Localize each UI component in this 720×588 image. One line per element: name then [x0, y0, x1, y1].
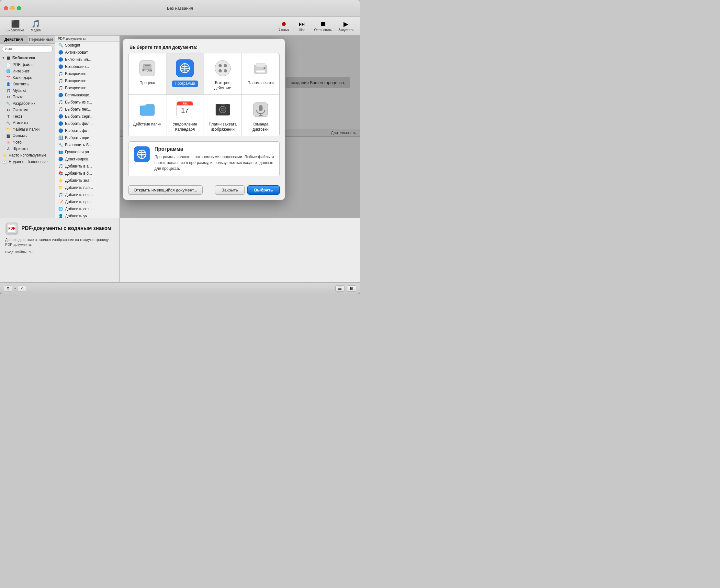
action-item-0[interactable]: 🔍 Spotlight [55, 42, 119, 49]
svg-point-21 [222, 109, 224, 111]
action-item-20[interactable]: 📁 Добавить пап... [55, 184, 119, 191]
open-existing-button[interactable]: Открыть имеющийся документ... [128, 185, 203, 195]
action-item-6[interactable]: 🎵 Воспроизве... [55, 84, 119, 91]
sidebar-item-calendar[interactable]: 📅 Календарь [0, 75, 55, 81]
sidebar-item-files[interactable]: 📁 Файлы и папки [0, 126, 55, 133]
action-title: PDF-документы с водяным знаком [21, 226, 112, 231]
dictation-icon-wrap [251, 100, 270, 119]
action-icon-14: 🔧 [58, 142, 63, 148]
sidebar-item-contacts[interactable]: 👤 Контакты [0, 81, 55, 87]
action-item-2[interactable]: 🔵 Включить ил... [55, 56, 119, 63]
type-item-calendar[interactable]: JUL 17 Уведомление Календаря [166, 95, 204, 136]
sidebar-item-pdf[interactable]: 📄 PDF-файлы [0, 61, 55, 68]
files-icon: 📁 [6, 127, 11, 132]
type-item-app[interactable]: Программа [166, 54, 204, 95]
action-item-5[interactable]: 🎵 Воспроизве... [55, 77, 119, 84]
sidebar-section-library[interactable]: ▼ ▦ Библиотека [0, 54, 55, 61]
section-arrow-icon: ▼ [2, 56, 5, 60]
check-button[interactable]: ✓ [18, 286, 26, 291]
sidebar-item-mail[interactable]: ✉ Почта [0, 94, 55, 100]
sidebar-item-fonts[interactable]: A Шрифты [0, 146, 55, 152]
sidebar-item-pinned-frequent[interactable]: ⭐ Часто используемые [0, 152, 55, 159]
sidebar-item-text[interactable]: T Текст [0, 113, 55, 120]
action-item-3[interactable]: 🔵 Возобновит... [55, 63, 119, 70]
type-item-folder-action[interactable]: Действие папки [128, 95, 166, 136]
gear-button[interactable]: ⚙ [4, 286, 12, 291]
titlebar: Без названия [0, 0, 360, 17]
run-icon: ▶ [343, 21, 348, 27]
action-description-panel: PDF PDF-документы с водяным знаком Данно… [0, 218, 120, 282]
sidebar-item-developer[interactable]: 🔧 Разработчик [0, 100, 55, 107]
folder-action-icon-wrap [138, 100, 157, 119]
action-item-7[interactable]: 🔵 Всплывающе... [55, 91, 119, 99]
sidebar-item-movies[interactable]: 🎬 Фильмы [0, 133, 55, 139]
record-button[interactable]: ⏺ Запись [276, 20, 292, 33]
sidebar-item-pinned-recent[interactable]: 🕐 Недавно...бавленные [0, 159, 55, 165]
photos-icon: 🌸 [6, 140, 11, 145]
screen-capture-icon-wrap [213, 100, 233, 119]
type-item-quick-action[interactable]: Быстрое действие [204, 54, 242, 95]
app-icon [176, 59, 194, 77]
action-item-23[interactable]: 🌐 Добавить сет... [55, 205, 119, 212]
action-item-13[interactable]: 🔠 Выбрать шри... [55, 134, 119, 141]
toolbar-left-group: ⬛ Библиотека 🎵 Медиа [4, 19, 43, 33]
action-item-14[interactable]: 🔧 Выполнить S... [55, 141, 119, 148]
sidebar-item-utilities[interactable]: 🔨 Утилиты [0, 120, 55, 126]
close-button[interactable]: Закрыть [215, 185, 245, 195]
type-item-print-plugin[interactable]: Плагин печати [242, 54, 280, 95]
action-item-24[interactable]: 👤 Добавить уч... [55, 212, 119, 218]
svg-point-10 [219, 64, 222, 67]
grid-view-button[interactable]: ⊞ [347, 285, 356, 292]
type-item-process[interactable]: WFLOW Процесс [128, 54, 166, 95]
main-window: Без названия ⬛ Библиотека 🎵 Медиа ⏺ Запи… [0, 0, 360, 294]
action-item-1[interactable]: 🔵 Активироват... [55, 49, 119, 56]
minimize-button[interactable] [11, 6, 15, 10]
sidebar-tab-actions[interactable]: Действия [0, 36, 27, 43]
action-item-15[interactable]: 👥 Групповая ра... [55, 148, 119, 155]
action-item-10[interactable]: 🔵 Выбрать сери... [55, 113, 119, 120]
maximize-button[interactable] [17, 6, 21, 10]
action-item-19[interactable]: ⭐ Добавить зна... [55, 177, 119, 184]
action-item-9[interactable]: 🎵 Выбрать пес... [55, 106, 119, 113]
modal-btn-group: Закрыть Выбрать [215, 185, 280, 195]
run-button[interactable]: ▶ Запустить [336, 19, 356, 33]
action-item-17[interactable]: 🎵 Добавить в а... [55, 163, 119, 170]
print-plugin-label: Плагин печати [247, 81, 274, 86]
window-controls [4, 6, 21, 10]
svg-point-12 [219, 69, 222, 72]
action-item-21[interactable]: 🎵 Добавить пес... [55, 191, 119, 198]
sidebar-search-input[interactable] [2, 45, 53, 52]
action-icon-1: 🔵 [58, 49, 63, 55]
step-button[interactable]: ⏭ Шаг [294, 19, 311, 33]
action-item-12[interactable]: 🔵 Выбрать фот... [55, 127, 119, 134]
toolbar-right-group: ⏺ Запись ⏭ Шаг ⏹ Остановить ▶ Запустить [276, 19, 356, 33]
select-button[interactable]: Выбрать [247, 185, 280, 195]
media-button[interactable]: 🎵 Медиа [28, 19, 43, 33]
calendar-label: Уведомление Календаря [169, 122, 201, 132]
list-view-icon: ☰ [338, 286, 342, 291]
library-button[interactable]: ⬛ Библиотека [4, 19, 26, 33]
sidebar-item-photos[interactable]: 🌸 Фото [0, 139, 55, 146]
step-label: Шаг [299, 28, 305, 32]
footer-center: ☰ ⊞ [335, 285, 356, 292]
sidebar-item-system[interactable]: ⚙ Система [0, 107, 55, 113]
sidebar-item-music[interactable]: 🎵 Музыка [0, 87, 55, 94]
action-item-8[interactable]: 🎵 Выбрать из с... [55, 99, 119, 106]
stop-button[interactable]: ⏹ Остановить [312, 19, 335, 33]
type-item-dictation[interactable]: Команда диктовки [242, 95, 280, 136]
type-item-screen-capture[interactable]: Плагин захвата изображений [204, 95, 242, 136]
sidebar-tab-variables[interactable]: Переменные [27, 36, 55, 43]
action-item-22[interactable]: 📝 Добавить пр... [55, 198, 119, 205]
svg-point-9 [215, 61, 231, 76]
list-view-button[interactable]: ☰ [335, 285, 344, 292]
action-item-18[interactable]: 📚 Добавить в б... [55, 170, 119, 177]
close-button[interactable] [4, 6, 8, 10]
action-item-4[interactable]: 🎵 Воспроизве... [55, 70, 119, 77]
library-label: Библиотека [6, 28, 24, 32]
screen-capture-icon [214, 101, 231, 118]
run-label: Запустить [338, 28, 354, 32]
sidebar-item-internet[interactable]: 🌐 Интернет [0, 68, 55, 75]
action-icon-11: 🔵 [58, 121, 63, 126]
action-item-11[interactable]: 🔵 Выбрать фил... [55, 120, 119, 127]
action-item-16[interactable]: 🔵 Деактивиров... [55, 155, 119, 163]
